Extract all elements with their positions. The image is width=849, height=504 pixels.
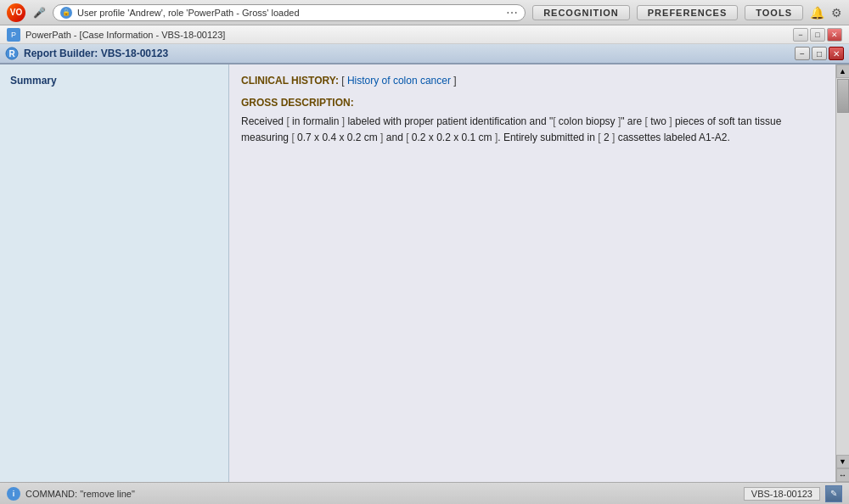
address-menu-icon[interactable]: ⋯ — [506, 6, 518, 20]
bracket2: ] — [342, 115, 345, 127]
bracket6: ] — [669, 115, 672, 127]
report-window-controls: − □ ✕ — [795, 47, 844, 60]
report-close-button[interactable]: ✕ — [829, 47, 844, 60]
site-security-icon: 🔒 — [60, 7, 72, 19]
gross-line1: Received [ in formalin ] labeled with pr… — [241, 115, 781, 127]
clinical-bracket-open: [ — [341, 75, 347, 87]
app-maximize-button[interactable]: □ — [810, 28, 825, 42]
clinical-bracket-close: ] — [453, 75, 456, 87]
content-area: CLINICAL HISTORY: [ History of colon can… — [229, 64, 835, 482]
clinical-history-section: CLINICAL HISTORY: [ History of colon can… — [241, 75, 824, 87]
gross-description-section: GROSS DESCRIPTION: Received [ in formali… — [241, 97, 824, 146]
address-text: User profile 'Andrew', role 'PowerPath -… — [77, 8, 501, 18]
app-close-button[interactable]: ✕ — [827, 28, 842, 42]
scroll-down-button[interactable]: ▼ — [836, 455, 850, 468]
scroll-up-button[interactable]: ▲ — [836, 64, 850, 78]
recognition-button[interactable]: RECOGNITION — [532, 5, 630, 20]
gross-line2: measuring [ 0.7 x 0.4 x 0.2 cm ] and [ 0… — [241, 132, 730, 143]
scroll-track — [836, 78, 849, 455]
sidebar: Summary — [0, 64, 229, 482]
app-logo-icon: P — [7, 28, 20, 42]
status-bar: i COMMAND: "remove line" VBS-18-00123 ✎ — [0, 482, 849, 504]
preferences-button[interactable]: PREFERENCES — [637, 5, 739, 20]
status-info-icon: i — [7, 487, 20, 501]
bracket7: [ — [291, 132, 294, 143]
report-builder-bar: R Report Builder: VBS-18-00123 − □ ✕ — [0, 44, 849, 64]
bracket12: ] — [612, 132, 615, 143]
address-bar: 🔒 User profile 'Andrew', role 'PowerPath… — [53, 4, 526, 21]
bracket8: ] — [380, 132, 383, 143]
browser-logo-icon: VO — [7, 3, 25, 22]
bracket5: [ — [645, 115, 648, 127]
clinical-history-label: CLINICAL HISTORY: — [241, 75, 339, 87]
bracket3: [ — [553, 115, 555, 127]
app-title-bar: P PowerPath - [Case Information - VBS-18… — [0, 25, 849, 44]
bracket9: [ — [406, 132, 408, 143]
main-layout: Summary CLINICAL HISTORY: [ History of c… — [0, 64, 849, 482]
bracket10: ] — [495, 132, 498, 143]
app-minimize-button[interactable]: − — [793, 28, 808, 42]
tools-button[interactable]: TOOLS — [745, 5, 803, 20]
bracket11: [ — [598, 132, 600, 143]
scroll-corner: ↔ — [836, 468, 850, 482]
scroll-thumb[interactable] — [837, 79, 849, 113]
app-window-controls: − □ ✕ — [793, 28, 842, 42]
extension-icon[interactable]: ⚙ — [831, 6, 842, 20]
vertical-scrollbar[interactable]: ▲ ▼ ↔ — [835, 64, 849, 482]
gross-description-label: GROSS DESCRIPTION: — [241, 97, 824, 109]
svg-text:R: R — [8, 49, 15, 59]
clinical-history-value: History of colon cancer — [347, 75, 451, 87]
report-minimize-button[interactable]: − — [795, 47, 810, 60]
microphone-icon[interactable]: 🎤 — [32, 6, 46, 20]
report-builder-title: Report Builder: VBS-18-00123 — [24, 48, 790, 59]
status-edit-button[interactable]: ✎ — [825, 485, 842, 502]
browser-bar: VO 🎤 🔒 User profile 'Andrew', role 'Powe… — [0, 0, 849, 25]
status-case-id: VBS-18-00123 — [744, 487, 820, 501]
app-title: PowerPath - [Case Information - VBS-18-0… — [25, 30, 788, 40]
report-builder-icon: R — [5, 47, 19, 60]
bracket1: [ — [286, 115, 289, 127]
report-maximize-button[interactable]: □ — [812, 47, 827, 60]
status-command-text: COMMAND: "remove line" — [25, 489, 739, 499]
bracket4: ] — [618, 115, 621, 127]
sidebar-item-summary[interactable]: Summary — [7, 71, 222, 90]
notification-icon[interactable]: 🔔 — [810, 6, 824, 20]
gross-description-content: Received [ in formalin ] labeled with pr… — [241, 114, 824, 146]
